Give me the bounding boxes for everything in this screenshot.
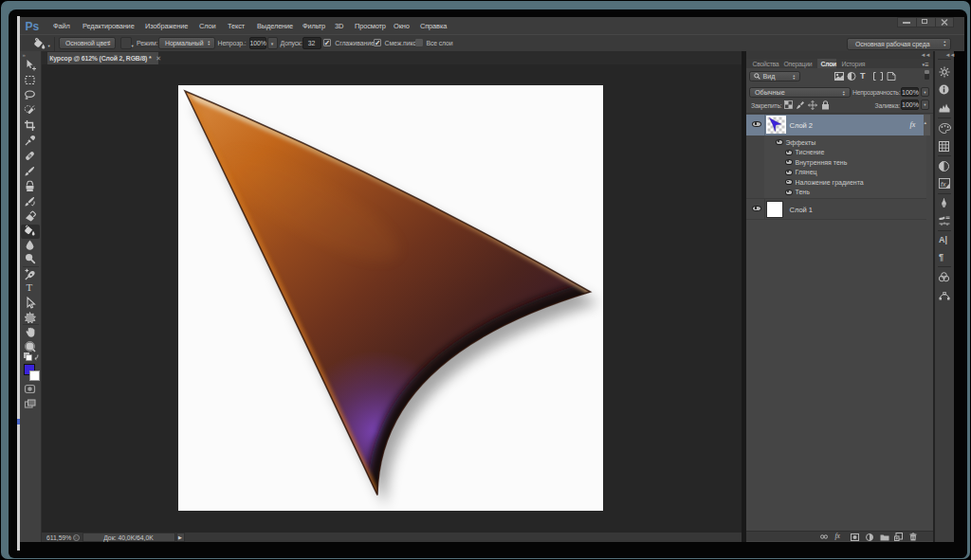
svg-text:fx: fx: [941, 181, 946, 188]
